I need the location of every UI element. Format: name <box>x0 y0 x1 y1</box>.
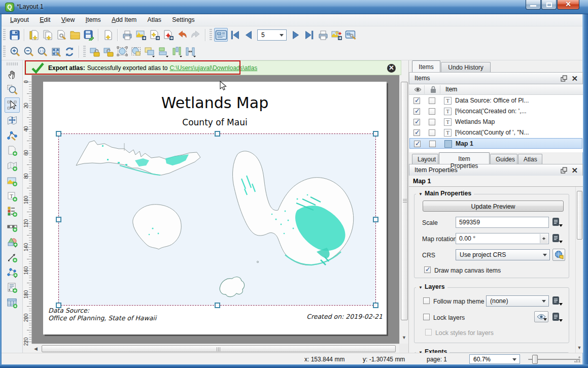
map-handle-ne[interactable] <box>373 131 378 137</box>
close-button[interactable]: ✕ <box>557 0 579 10</box>
maximize-button[interactable] <box>541 0 557 10</box>
add-label-tool[interactable]: T <box>5 189 20 204</box>
visibility-checkbox[interactable] <box>413 129 420 136</box>
map-title-item[interactable]: Wetlands Map <box>43 94 387 112</box>
save-as-template-button[interactable] <box>82 28 95 42</box>
menu-items[interactable]: Items <box>81 14 106 26</box>
zoom-actual-button[interactable]: 1:1 <box>35 45 49 58</box>
edit-nodes-item-tool[interactable] <box>5 128 20 143</box>
crs-select-button[interactable] <box>552 249 565 261</box>
properties-scrollbar[interactable]: ▼ <box>575 187 583 353</box>
add-attribute-table-tool[interactable] <box>5 295 20 311</box>
item-row-created-on[interactable]: T [%concat('Created on: ',... <box>409 106 582 117</box>
map-handle-e[interactable] <box>373 217 378 222</box>
select-move-item-tool[interactable] <box>5 97 20 113</box>
map-handle-n[interactable] <box>215 131 220 137</box>
add-html-tool[interactable] <box>5 280 20 295</box>
export-atlas-button[interactable] <box>330 28 343 42</box>
menu-settings[interactable]: Settings <box>167 14 199 26</box>
toolbar-grip[interactable] <box>3 29 6 41</box>
created-on-item[interactable]: Created on: 2019-02-21 <box>306 313 383 320</box>
toolbar-grip[interactable] <box>7 62 18 65</box>
move-item-content-tool[interactable] <box>5 113 20 128</box>
zoom-out-button[interactable] <box>21 45 35 58</box>
properties-scrollbar-thumb[interactable] <box>577 191 582 240</box>
map-rotation-input[interactable]: 0.00 ° <box>456 233 549 244</box>
align-items-button[interactable] <box>156 45 170 58</box>
ungroup-items-button[interactable] <box>129 45 143 58</box>
print-atlas-button[interactable] <box>316 28 330 42</box>
raise-items-button[interactable] <box>143 45 156 58</box>
menu-view[interactable]: View <box>57 14 79 26</box>
export-path-link[interactable]: C:\Users\ujaval\Downloads\atlas <box>169 64 257 72</box>
visibility-checkbox[interactable] <box>413 119 420 125</box>
titlebar[interactable]: Q *Layout 1 ✕ <box>0 0 588 14</box>
map-item[interactable] <box>59 134 375 305</box>
lock-layers-override-button[interactable] <box>551 312 564 324</box>
close-panel-icon[interactable]: ✕ <box>571 166 578 175</box>
main-properties-legend[interactable]: ▼Main Properties <box>416 190 474 197</box>
add-arrow-tool[interactable] <box>5 250 20 265</box>
add-scalebar-tool[interactable] <box>5 219 20 235</box>
scroll-down-icon[interactable]: ▼ <box>576 345 583 350</box>
item-row-data-source[interactable]: T Data Source: Office of Pl... <box>409 95 582 106</box>
add-node-item-tool[interactable] <box>5 265 20 280</box>
add-legend-tool[interactable] <box>5 204 20 219</box>
window-resize-grip[interactable] <box>574 356 580 362</box>
map-handle-w[interactable] <box>56 217 61 222</box>
item-row-map1[interactable]: Map 1 <box>409 138 582 149</box>
message-close-button[interactable]: ✕ <box>387 64 396 73</box>
vertical-scrollbar-thumb[interactable] <box>401 82 408 320</box>
minimize-button[interactable] <box>526 0 541 10</box>
unlock-all-button[interactable] <box>101 45 115 58</box>
float-panel-icon[interactable] <box>561 167 567 174</box>
tab-guides[interactable]: Guides <box>490 154 517 164</box>
scale-override-button[interactable] <box>551 217 564 229</box>
resize-items-button[interactable] <box>184 45 197 58</box>
float-panel-icon[interactable] <box>561 75 567 82</box>
pan-tool[interactable] <box>5 67 20 82</box>
spinner-buttons[interactable] <box>540 234 548 243</box>
toolbar-grip[interactable] <box>3 46 6 58</box>
layers-legend[interactable]: ▼Layers <box>416 283 447 290</box>
scroll-left-icon[interactable]: ◀ <box>34 346 38 351</box>
tab-layout[interactable]: Layout <box>412 154 438 164</box>
add-page-tool[interactable] <box>5 143 20 158</box>
extents-legend[interactable]: ▼Extents <box>416 348 449 353</box>
export-svg-button[interactable] <box>148 28 161 42</box>
tab-atlas[interactable]: Atlas <box>518 154 542 164</box>
undo-button[interactable] <box>175 28 189 42</box>
lock-items-button[interactable] <box>88 45 101 58</box>
map-theme-combo[interactable]: (none) <box>486 295 549 307</box>
scale-input[interactable]: 599359 <box>456 217 549 228</box>
visibility-checkbox[interactable] <box>414 141 421 147</box>
toolbar-grip[interactable] <box>210 29 212 41</box>
map-handle-s[interactable] <box>215 303 220 308</box>
menu-edit[interactable]: Edit <box>35 14 55 26</box>
atlas-settings-button[interactable] <box>343 28 357 42</box>
menu-layout[interactable]: Layout <box>6 14 33 26</box>
layout-manager-button[interactable] <box>54 28 68 42</box>
theme-override-button[interactable] <box>551 296 564 308</box>
export-image-button[interactable] <box>134 28 148 42</box>
canvas-horizontal-scrollbar[interactable]: ◀ <box>32 344 399 353</box>
map-subtitle-item[interactable]: County of Maui <box>43 117 387 127</box>
last-feature-button[interactable] <box>302 28 316 42</box>
visible-layers-button[interactable] <box>534 311 548 322</box>
crs-combo[interactable]: Use project CRS <box>456 249 550 260</box>
print-button[interactable] <box>120 28 134 42</box>
lock-layers-checkbox[interactable] <box>423 314 430 320</box>
new-layout-button[interactable] <box>27 28 41 42</box>
menu-atlas[interactable]: Atlas <box>143 14 166 26</box>
lock-checkbox[interactable] <box>429 129 435 136</box>
next-feature-button[interactable] <box>289 28 302 42</box>
rotation-override-button[interactable] <box>551 233 564 245</box>
visibility-checkbox[interactable] <box>413 97 420 104</box>
visibility-checkbox[interactable] <box>413 108 420 115</box>
zoom-slider-thumb[interactable] <box>532 355 538 364</box>
map-handle-nw[interactable] <box>56 131 61 137</box>
data-source-value-item[interactable]: Office of Planning, State of Hawaii <box>48 314 156 322</box>
lock-checkbox[interactable] <box>429 108 435 115</box>
open-layout-button[interactable] <box>68 28 82 42</box>
export-pdf-button[interactable] <box>161 28 175 42</box>
